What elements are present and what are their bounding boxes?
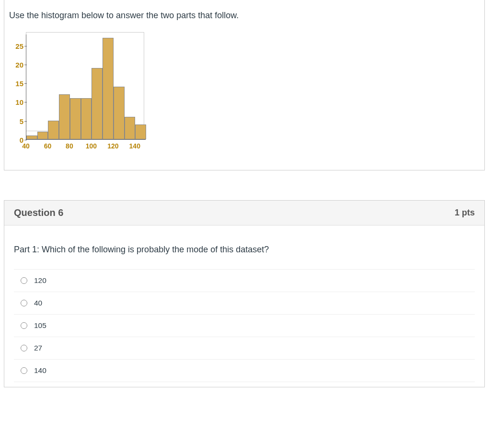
x-tick-label: 80 — [66, 142, 73, 150]
histogram-bar — [70, 98, 81, 139]
y-tick-mark — [24, 46, 27, 46]
histogram-bar — [26, 135, 37, 139]
option-label: 40 — [34, 299, 42, 307]
option-label: 140 — [34, 366, 46, 375]
chart-plot-area — [26, 34, 146, 140]
question-body: Part 1: Which of the following is probab… — [4, 226, 484, 387]
question-header: Question 6 1 pts — [4, 201, 484, 226]
radio-icon[interactable] — [21, 367, 27, 374]
y-tick-mark — [24, 121, 27, 122]
histogram-bar — [103, 38, 114, 139]
histogram-bar — [125, 117, 136, 139]
y-tick-label: 25 — [9, 42, 23, 49]
histogram-bar — [48, 121, 59, 139]
histogram-bar — [81, 98, 92, 139]
radio-icon[interactable] — [21, 277, 27, 284]
histogram-bar — [37, 132, 48, 139]
y-tick-label: 0 — [9, 136, 23, 144]
histogram-chart: 0510152025406080100120140 — [9, 32, 143, 157]
y-tick-label: 20 — [9, 61, 23, 68]
options-list: 1204010527140 — [14, 269, 475, 382]
histogram-bar — [59, 94, 70, 139]
question-points: 1 pts — [455, 208, 475, 218]
radio-icon[interactable] — [21, 300, 27, 306]
answer-option[interactable]: 105 — [14, 314, 475, 337]
x-tick-label: 100 — [86, 142, 97, 150]
option-label: 27 — [34, 344, 42, 352]
instruction-text: Use the histogram below to answer the tw… — [9, 11, 480, 21]
y-tick-label: 5 — [9, 117, 23, 124]
x-tick-label: 40 — [22, 142, 30, 150]
y-tick-mark — [24, 140, 27, 140]
y-tick-mark — [24, 83, 27, 84]
answer-option[interactable]: 40 — [14, 292, 475, 314]
option-label: 120 — [34, 276, 46, 285]
context-panel: Use the histogram below to answer the tw… — [4, 0, 485, 170]
option-label: 105 — [34, 321, 46, 330]
answer-option[interactable]: 27 — [14, 337, 475, 359]
y-tick-mark — [24, 65, 27, 65]
y-tick-mark — [24, 102, 27, 102]
x-tick-label: 120 — [107, 142, 118, 150]
x-tick-label: 140 — [129, 142, 140, 150]
answer-option[interactable]: 140 — [14, 359, 475, 382]
histogram-bar — [92, 68, 103, 139]
radio-icon[interactable] — [21, 322, 27, 329]
x-tick-label: 60 — [44, 142, 52, 150]
y-tick-label: 10 — [9, 99, 23, 106]
question-panel: Question 6 1 pts Part 1: Which of the fo… — [4, 200, 485, 387]
question-text: Part 1: Which of the following is probab… — [14, 245, 475, 255]
answer-option[interactable]: 120 — [14, 269, 475, 292]
question-title: Question 6 — [14, 207, 63, 218]
histogram-bar — [135, 124, 146, 139]
radio-icon[interactable] — [21, 345, 27, 351]
y-tick-label: 15 — [9, 80, 23, 87]
histogram-bar — [114, 87, 125, 139]
